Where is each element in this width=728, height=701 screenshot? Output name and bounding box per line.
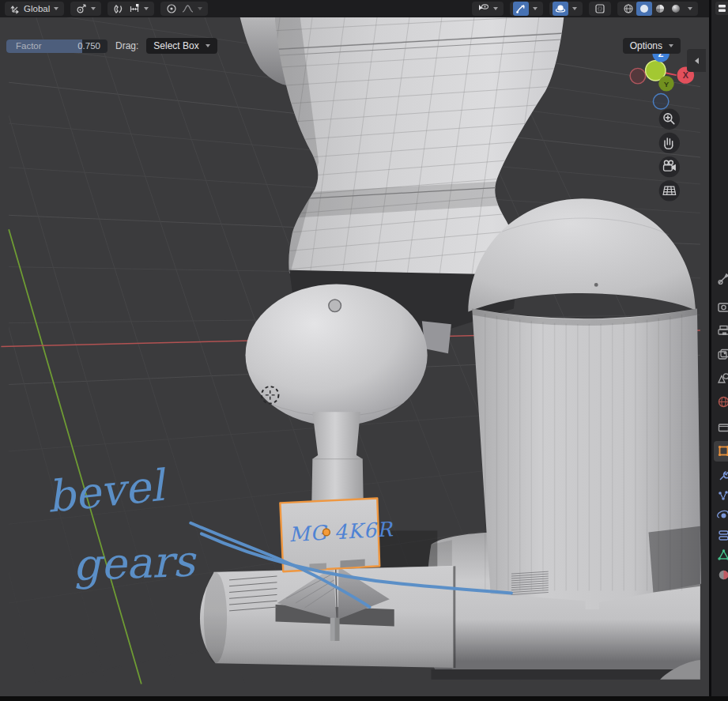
properties-tab-tool[interactable] <box>717 272 728 286</box>
viewport-header: Global <box>0 0 709 17</box>
snap-magnet-icon <box>113 3 124 14</box>
overlays-icon <box>555 3 566 14</box>
gizmos-group[interactable] <box>510 2 543 16</box>
options-dropdown[interactable]: Options <box>623 38 681 54</box>
drag-label: Drag: <box>115 40 138 51</box>
pivot-point-group[interactable] <box>70 2 101 16</box>
scene-canvas[interactable]: MG 4K6R bevel gears <box>0 17 709 701</box>
gizmo-axis-negz-ball[interactable] <box>653 94 669 110</box>
chevron-down-icon <box>206 44 210 47</box>
properties-tab-object-data[interactable] <box>717 548 728 563</box>
xray-group[interactable] <box>589 2 611 16</box>
chevron-down-icon <box>198 7 202 10</box>
shading-group[interactable] <box>617 2 698 16</box>
transform-orientation-group[interactable]: Global <box>5 2 64 16</box>
properties-tab-constraints[interactable] <box>717 529 728 543</box>
snap-target-icon <box>129 3 140 14</box>
selectability-visibility-button[interactable] <box>475 2 500 16</box>
proportional-editing-icon <box>166 3 177 14</box>
mesh-cone-tower[interactable] <box>472 309 701 609</box>
proportional-falloff-icon <box>182 3 194 14</box>
gizmo-axis-negx-ball[interactable] <box>630 68 646 84</box>
object-origin-dot <box>323 529 330 536</box>
snapping-group[interactable] <box>108 2 154 16</box>
gizmos-dropdown[interactable] <box>529 2 540 16</box>
svg-text:X: X <box>683 70 689 80</box>
svg-text:Y: Y <box>664 80 670 89</box>
properties-tab-output[interactable] <box>717 324 728 338</box>
camera-view-button[interactable] <box>659 156 680 177</box>
viewport-3d[interactable]: MG 4K6R bevel gears <box>0 17 709 701</box>
visibility-eye-cursor-icon <box>477 3 489 14</box>
properties-tab-collection[interactable] <box>717 420 728 435</box>
properties-tab-object[interactable] <box>717 444 728 458</box>
annotation-word-gears: gears <box>72 535 198 590</box>
show-gizmos-button[interactable] <box>513 2 529 16</box>
gizmo-axis-y-ball[interactable]: Y <box>658 76 674 92</box>
factor-slider[interactable]: Factor 0.750 <box>6 40 108 53</box>
transform-orientation-button[interactable]: Global <box>8 2 61 16</box>
chevron-left-icon <box>695 58 699 64</box>
chevron-down-icon <box>144 7 149 10</box>
properties-tab-rail[interactable] <box>709 0 728 701</box>
show-overlays-button[interactable] <box>553 2 568 16</box>
proportional-falloff-button[interactable] <box>179 2 205 16</box>
snap-toggle-button[interactable] <box>111 2 126 16</box>
overlays-dropdown[interactable] <box>568 2 579 16</box>
factor-label: Factor <box>16 40 42 53</box>
sidebar-collapse-tab[interactable] <box>687 49 706 72</box>
visibility-group[interactable] <box>472 2 504 16</box>
proportional-editing-group[interactable] <box>160 2 208 16</box>
proportional-editing-button[interactable] <box>164 2 179 16</box>
properties-tab-modifiers[interactable] <box>717 469 728 484</box>
properties-tab-scene[interactable] <box>717 371 728 386</box>
shading-rendered-icon <box>670 3 681 14</box>
properties-tab-render[interactable] <box>717 300 728 315</box>
shading-solid-icon <box>639 3 650 14</box>
properties-tab-view-layer[interactable] <box>717 348 728 362</box>
axis-gizmo[interactable]: Y X Z <box>630 45 694 109</box>
shading-rendered-button[interactable] <box>668 2 684 16</box>
transform-orientation-icon <box>10 3 21 14</box>
chevron-down-icon <box>669 44 673 47</box>
zoom-button[interactable] <box>659 109 680 130</box>
pan-button[interactable] <box>659 133 680 153</box>
drag-mode-select[interactable]: Select Box <box>146 38 217 54</box>
editor-type-button[interactable] <box>715 2 728 15</box>
xray-icon <box>594 3 605 14</box>
shading-dropdown[interactable] <box>684 2 695 16</box>
properties-tab-world[interactable] <box>717 395 728 409</box>
options-label: Options <box>630 40 662 51</box>
shading-material-button[interactable] <box>652 2 668 16</box>
axis-y-line <box>9 229 141 684</box>
shading-solid-button[interactable] <box>636 2 652 16</box>
transform-orientation-label: Global <box>24 2 50 16</box>
mesh-ball-joint[interactable] <box>246 284 428 428</box>
pivot-point-icon <box>76 3 87 14</box>
window-bottom-strip <box>0 696 728 701</box>
chevron-down-icon <box>54 7 58 10</box>
overlays-group[interactable] <box>549 2 583 16</box>
shading-wireframe-icon <box>623 3 634 14</box>
drag-mode-value: Select Box <box>153 40 198 51</box>
properties-tab-particles[interactable] <box>717 489 728 503</box>
shading-material-icon <box>654 3 666 14</box>
shading-wireframe-button[interactable] <box>620 2 636 16</box>
chevron-down-icon <box>493 7 498 10</box>
mesh-selected-plane[interactable]: MG 4K6R <box>280 499 394 572</box>
pivot-point-button[interactable] <box>74 2 98 16</box>
toggle-xray-button[interactable] <box>592 2 608 16</box>
gizmos-icon <box>515 3 526 14</box>
chevron-down-icon <box>688 7 692 10</box>
tool-settings-bar: Factor 0.750 Drag: Select Box <box>6 38 217 54</box>
chevron-down-icon <box>572 7 577 10</box>
mesh-shaft[interactable] <box>311 412 363 506</box>
toggle-projection-button[interactable] <box>659 180 680 201</box>
chevron-down-icon <box>533 7 538 10</box>
properties-tab-physics[interactable] <box>717 509 728 523</box>
factor-value: 0.750 <box>77 40 100 53</box>
blender-3d-viewport-window: Global <box>0 0 728 701</box>
snap-target-button[interactable] <box>126 2 151 16</box>
chevron-down-icon <box>91 7 96 10</box>
properties-tab-material[interactable] <box>717 568 728 582</box>
